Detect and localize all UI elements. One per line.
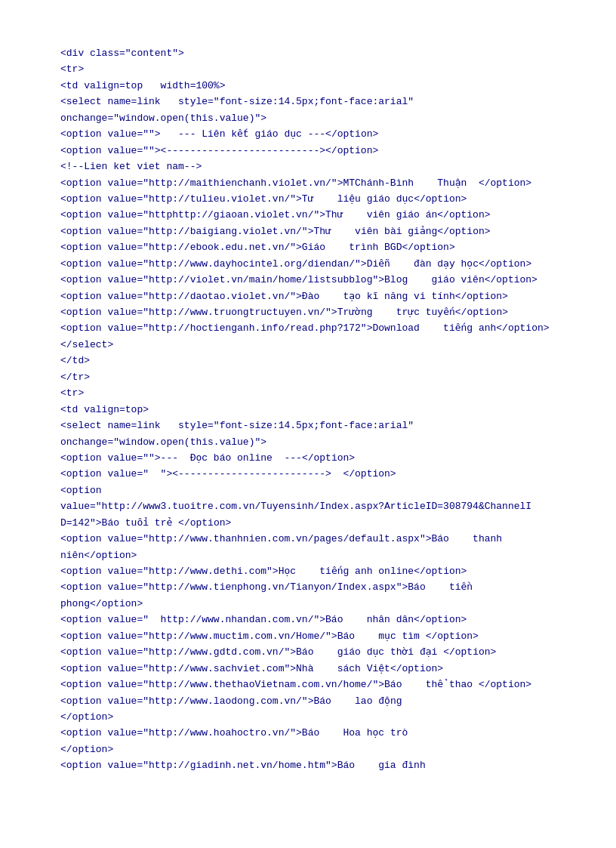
code-line: <option value="http://violet.vn/main/hom… <box>60 272 556 288</box>
code-line: </option> <box>60 709 556 725</box>
code-line: <option value="http://www.thethaoVietnam… <box>60 677 556 692</box>
code-line: <option value="http://tulieu.violet.vn/"… <box>60 191 556 207</box>
code-line: <option value="http://www.sachviet.com">… <box>60 661 556 677</box>
code-line: <option value="http://baigiang.violet.vn… <box>60 224 556 239</box>
code-line: D=142">Báo tuổi trẻ </option> <box>60 515 556 531</box>
code-line: <option value="http://www.gdtd.com.vn/">… <box>60 644 556 660</box>
code-line: <option value="http://www.dayhocintel.or… <box>60 256 556 272</box>
code-line: onchange="window.open(this.value)"> <box>60 110 556 126</box>
code-line: </tr> <box>60 369 556 385</box>
code-line: <option value="http://www.tienphong.vn/T… <box>60 579 556 612</box>
code-line: <option value="http://daotao.violet.vn/"… <box>60 288 556 304</box>
code-line: <td valign=top> <box>60 402 556 418</box>
code-line: <option value="">--- Đọc báo online ---<… <box>60 450 556 466</box>
code-line: <option value="http://www.truongtructuye… <box>60 304 556 320</box>
code-line: <option value="http://hoctienganh.info/r… <box>60 320 556 336</box>
code-content: <div class="content"><tr><td valign=top … <box>60 45 556 774</box>
code-line: value="http://www3.tuoitre.com.vn/Tuyens… <box>60 498 556 514</box>
code-line: <option value=""><----------------------… <box>60 143 556 159</box>
code-line: <option value="http://maithienchanh.viol… <box>60 175 556 191</box>
code-line: <select name=link style="font-size:14.5p… <box>60 94 556 109</box>
code-line: niên</option> <box>60 547 556 563</box>
code-line: <option value=""> --- Liên kết giáo dục … <box>60 126 556 142</box>
code-line: onchange="window.open(this.value)"> <box>60 434 556 450</box>
code-line: <option value="httphttp://giaoan.violet.… <box>60 207 556 223</box>
code-line: <option value="http://www.hoahoctro.vn/"… <box>60 725 556 741</box>
code-line: <option value="http://www.dethi.com">Học… <box>60 563 556 579</box>
code-line: <tr> <box>60 385 556 401</box>
code-line: <option value=" "><---------------------… <box>60 466 556 482</box>
code-line: <option value="http://giadinh.net.vn/hom… <box>60 757 556 773</box>
code-line: <option value="http://ebook.edu.net.vn/"… <box>60 239 556 255</box>
code-line: <option value="http://www.muctim.com.vn/… <box>60 628 556 644</box>
code-line: </select> <box>60 337 556 353</box>
code-line: <option value=" http://www.nhandan.com.v… <box>60 612 556 628</box>
code-line: <div class="content"> <box>60 45 556 61</box>
code-line: </td> <box>60 353 556 368</box>
code-line: <option value="http://www.laodong.com.vn… <box>60 693 556 709</box>
code-line: <tr> <box>60 61 556 77</box>
code-line: <select name=link style="font-size:14.5p… <box>60 418 556 433</box>
code-line: <td valign=top width=100%> <box>60 78 556 94</box>
code-line: <option <box>60 483 556 498</box>
code-line: </option> <box>60 742 556 757</box>
code-line: <option value="http://www.thanhnien.com.… <box>60 531 556 547</box>
code-line: <!--Lien ket viet nam--> <box>60 159 556 174</box>
